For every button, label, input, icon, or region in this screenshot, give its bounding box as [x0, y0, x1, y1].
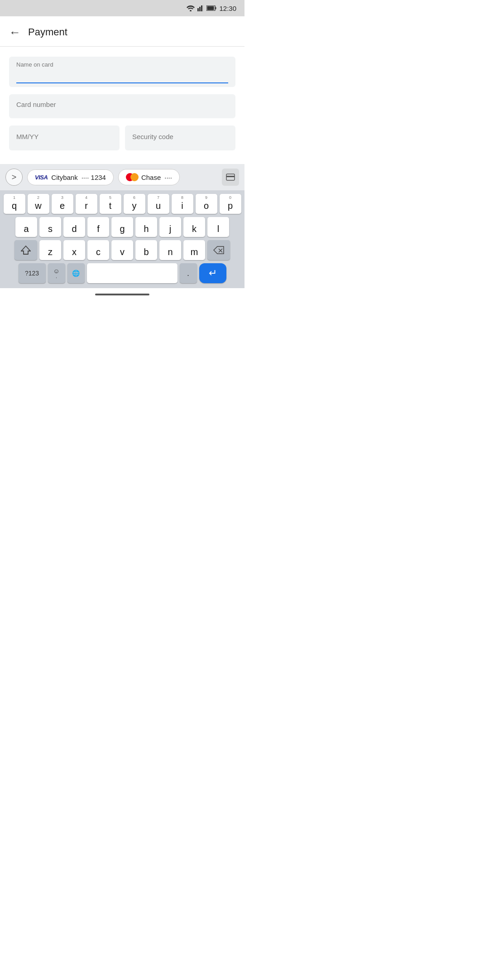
autofill-expand-button[interactable]: >	[5, 169, 23, 186]
key-p[interactable]: 0p	[220, 194, 241, 214]
key-u[interactable]: 7u	[148, 194, 169, 214]
svg-rect-2	[199, 7, 201, 11]
svg-rect-6	[207, 6, 214, 10]
key-e[interactable]: 3e	[52, 194, 73, 214]
autofill-card-chase[interactable]: Chase ····	[118, 169, 180, 185]
visa-logo: VISA	[35, 174, 48, 181]
wifi-icon	[187, 5, 195, 11]
key-l[interactable]: l	[207, 217, 229, 237]
key-o[interactable]: 9o	[196, 194, 217, 214]
svg-marker-10	[21, 246, 30, 254]
chevron-right-icon: >	[12, 173, 17, 182]
name-on-card-input[interactable]	[16, 70, 228, 83]
expiry-field[interactable]: MM/YY	[9, 126, 120, 150]
status-icons: 12:30	[187, 5, 236, 12]
svg-rect-4	[203, 5, 204, 11]
key-r[interactable]: 4r	[76, 194, 97, 214]
key-i[interactable]: 8i	[172, 194, 193, 214]
enter-icon: ↵	[209, 267, 217, 279]
shift-icon	[21, 245, 31, 255]
period-key[interactable]: .	[180, 263, 197, 283]
name-on-card-field[interactable]: Name on card	[9, 57, 235, 87]
name-on-card-label: Name on card	[16, 61, 228, 68]
mastercard-logo	[126, 173, 138, 181]
key-f[interactable]: f	[87, 217, 109, 237]
key-x[interactable]: x	[63, 240, 85, 260]
key-n[interactable]: n	[159, 240, 181, 260]
back-button[interactable]: ←	[9, 26, 21, 38]
emoji-icon: ☺	[53, 267, 59, 275]
security-code-field[interactable]: Security code	[125, 126, 235, 150]
key-b[interactable]: b	[135, 240, 157, 260]
header: ← Payment	[0, 16, 244, 47]
key-k[interactable]: k	[183, 217, 205, 237]
keyboard-row-1: 1q 2w 3e 4r 5t 6y 7u 8i 9o 0p	[2, 194, 243, 214]
keyboard-row-3: z x c v b n m	[2, 240, 243, 260]
key-j[interactable]: j	[159, 217, 181, 237]
keyboard-row-4: ?123 ☺ ، 🌐 . ↵	[2, 263, 243, 283]
svg-rect-7	[216, 7, 216, 10]
card-number-field[interactable]: Card number	[9, 94, 235, 118]
signal-icon	[197, 5, 204, 11]
numbers-label: ?123	[25, 270, 39, 277]
expiry-label: MM/YY	[16, 133, 112, 140]
svg-rect-9	[226, 176, 235, 177]
card-number-label: Card number	[16, 101, 228, 108]
key-h[interactable]: h	[135, 217, 157, 237]
backspace-icon	[213, 246, 224, 254]
globe-icon: 🌐	[72, 270, 80, 277]
enter-key[interactable]: ↵	[199, 263, 226, 283]
key-s[interactable]: s	[39, 217, 61, 237]
key-a[interactable]: a	[15, 217, 37, 237]
globe-key[interactable]: 🌐	[67, 263, 85, 283]
space-key[interactable]	[87, 263, 177, 283]
keyboard-row-2: a s d f g h j k l	[2, 217, 243, 237]
key-q[interactable]: 1q	[4, 194, 25, 214]
shift-key[interactable]	[14, 240, 37, 260]
numbers-key[interactable]: ?123	[19, 263, 46, 283]
key-c[interactable]: c	[87, 240, 109, 260]
credit-card-icon	[226, 174, 235, 181]
key-v[interactable]: v	[111, 240, 133, 260]
page-title: Payment	[28, 26, 67, 38]
expiry-security-row: MM/YY Security code	[9, 126, 235, 150]
autofill-bar: > VISA Citybank ···· 1234 Chase ····	[0, 164, 244, 190]
emoji-key[interactable]: ☺ ،	[48, 263, 65, 283]
period-label: .	[187, 269, 189, 278]
key-y[interactable]: 6y	[124, 194, 145, 214]
svg-point-0	[190, 10, 192, 11]
keyboard: 1q 2w 3e 4r 5t 6y 7u 8i 9o 0p a s d f g …	[0, 190, 244, 288]
autofill-card2-bank: Chase	[141, 174, 161, 181]
bottom-bar	[0, 288, 244, 301]
home-indicator	[95, 294, 149, 295]
key-w[interactable]: 2w	[28, 194, 49, 214]
delete-key[interactable]	[207, 240, 230, 260]
key-g[interactable]: g	[111, 217, 133, 237]
key-m[interactable]: m	[183, 240, 205, 260]
autofill-card1-bank: Citybank	[51, 174, 77, 181]
mc-circle-orange	[130, 173, 139, 181]
battery-icon	[206, 5, 216, 11]
autofill-card1-last4: ···· 1234	[82, 174, 106, 181]
security-code-label: Security code	[132, 133, 228, 140]
svg-rect-3	[201, 5, 202, 11]
key-d[interactable]: d	[63, 217, 85, 237]
key-t[interactable]: 5t	[100, 194, 121, 214]
status-time: 12:30	[219, 5, 236, 12]
svg-rect-1	[197, 8, 199, 11]
key-z[interactable]: z	[39, 240, 61, 260]
autofill-card-visa[interactable]: VISA Citybank ···· 1234	[27, 169, 114, 185]
autofill-add-card-button[interactable]	[222, 169, 239, 186]
payment-form: Name on card Card number MM/YY Security …	[0, 47, 244, 150]
autofill-card2-last4: ····	[164, 174, 172, 181]
status-bar: 12:30	[0, 0, 244, 16]
